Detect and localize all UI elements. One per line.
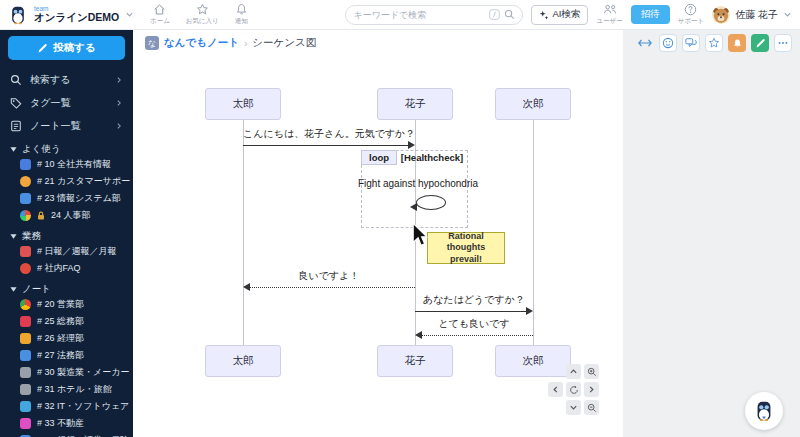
sidebar-note-33[interactable]: # 33 不動産 — [0, 415, 133, 432]
sidebar-note-20[interactable]: # 20 営業部 — [0, 296, 133, 313]
user-menu[interactable]: 佐藤 花子 — [712, 6, 792, 24]
sidebar-item-notes[interactable]: ノート一覧 — [0, 114, 133, 137]
post-button[interactable]: 投稿する — [8, 36, 125, 60]
self-message-arc — [416, 195, 446, 210]
sidebar-note-30[interactable]: # 30 製造業・メーカー — [0, 364, 133, 381]
arrowhead-left — [415, 331, 422, 339]
message-4-text: とても良いです — [415, 317, 533, 331]
chevron-down-icon — [125, 10, 134, 19]
note-label: # 30 製造業・メーカー — [37, 366, 129, 379]
search-input[interactable] — [353, 10, 485, 20]
ellipsis-icon — [777, 37, 789, 49]
sparkle-icon — [539, 10, 549, 20]
team-info: team オンラインDEMO — [34, 6, 119, 24]
penguin-mascot-icon — [753, 399, 775, 423]
user-name: 佐藤 花子 — [735, 8, 778, 22]
pan-left-button[interactable] — [548, 382, 563, 397]
pan-up-button[interactable] — [566, 364, 581, 379]
note-label: # 23 情報システム部 — [37, 192, 121, 205]
note-label: # 27 法務部 — [37, 349, 84, 362]
users-button[interactable]: ユーザー — [596, 3, 622, 26]
sidebar-note-34[interactable]: # 34 銀行・証券・保険 — [0, 432, 133, 437]
sidebar-note-27[interactable]: # 27 法務部 — [0, 347, 133, 364]
note-icon — [20, 159, 31, 170]
zoom-in-button[interactable] — [584, 364, 599, 379]
note-list-icon — [10, 120, 22, 132]
team-switcher[interactable]: team オンラインDEMO — [8, 4, 136, 26]
team-name: オンラインDEMO — [34, 12, 119, 23]
sidebar-note-25[interactable]: # 25 総務部 — [0, 313, 133, 330]
search-icon[interactable] — [504, 9, 515, 20]
pan-right-button[interactable] — [584, 382, 599, 397]
post-button-label: 投稿する — [53, 41, 96, 55]
invite-button[interactable]: 招待 — [631, 5, 670, 24]
nav-notifications[interactable]: 通知 — [235, 3, 248, 26]
header-right: AI検索 ユーザー 招待 サポート 佐藤 花子 — [345, 3, 792, 26]
diagram-note: Rational thoughts prevail! — [427, 232, 505, 264]
support-label: サポート — [678, 17, 704, 26]
ai-search-label: AI検索 — [552, 8, 580, 21]
section-title: ノート — [22, 283, 51, 296]
pan-down-button[interactable] — [566, 400, 581, 415]
support-button[interactable]: サポート — [678, 3, 704, 26]
actor-bottom-taro: 太郎 — [205, 345, 281, 377]
note-label: # 日報／週報／月報 — [37, 245, 117, 258]
sidebar-section-favorites[interactable]: よく使う — [0, 142, 133, 156]
sidebar-item-label: 検索する — [30, 73, 70, 87]
nav-home[interactable]: ホーム — [150, 3, 170, 26]
note-icon — [20, 210, 31, 221]
header-nav: ホーム お気に入り 通知 — [150, 3, 248, 26]
question-icon — [684, 3, 697, 16]
lifeline-jiro — [533, 120, 534, 345]
arrowhead-left — [410, 203, 417, 211]
chat-bubbles-icon — [685, 37, 697, 49]
note-label: # 26 経理部 — [37, 332, 84, 345]
sidebar-note-10[interactable]: # 10 全社共有情報 — [0, 156, 133, 173]
main-content: な なんでもノート › シーケンス図 — [133, 30, 800, 437]
sidebar-item-label: ノート一覧 — [30, 119, 80, 133]
note-icon — [20, 176, 31, 187]
sidebar-item-label: タグ一覧 — [30, 96, 70, 110]
lifeline-taro — [243, 120, 244, 345]
note-topbar: な なんでもノート › シーケンス図 — [133, 30, 800, 56]
note-label: # 10 全社共有情報 — [37, 158, 111, 171]
pencil-icon — [755, 38, 766, 49]
chevron-right-icon — [115, 76, 123, 84]
reset-view-button[interactable] — [566, 382, 581, 397]
nav-favorites[interactable]: お気に入り — [186, 3, 219, 26]
message-3-text: あなたはどうですか？ — [415, 293, 533, 307]
more-button[interactable] — [774, 34, 792, 52]
sidebar-note-23[interactable]: # 23 情報システム部 — [0, 190, 133, 207]
sidebar-note-32[interactable]: # 32 IT・ソフトウェア — [0, 398, 133, 415]
note-label: # 20 営業部 — [37, 298, 84, 311]
chevron-right-icon — [115, 99, 123, 107]
actor-top-jiro: 次郎 — [495, 88, 571, 120]
sidebar-item-tags[interactable]: タグ一覧 — [0, 91, 133, 114]
comments-button[interactable] — [682, 34, 700, 52]
sidebar-section-notes[interactable]: ノート — [0, 282, 133, 296]
watch-button[interactable] — [728, 34, 746, 52]
note-icon — [20, 263, 31, 274]
note-label: # 25 総務部 — [37, 315, 84, 328]
breadcrumb-note-link[interactable]: なんでもノート — [164, 36, 239, 50]
zoom-out-button[interactable] — [584, 400, 599, 415]
sidebar-item-search[interactable]: 検索する — [0, 68, 133, 91]
note-badge-icon: な — [145, 36, 159, 50]
note-icon — [20, 316, 31, 327]
home-icon — [153, 3, 166, 16]
arrowhead-right — [408, 141, 415, 149]
reaction-button[interactable] — [659, 34, 677, 52]
sidebar-note-daily-report[interactable]: # 日報／週報／月報 — [0, 243, 133, 260]
expand-width-button[interactable] — [636, 34, 654, 52]
favorite-button[interactable] — [705, 34, 723, 52]
help-mascot-button[interactable] — [745, 392, 783, 430]
ai-search-button[interactable]: AI検索 — [531, 5, 588, 25]
edit-button[interactable] — [751, 34, 769, 52]
sidebar-note-31[interactable]: # 31 ホテル・旅館 — [0, 381, 133, 398]
sidebar-note-24[interactable]: 24 人事部 — [0, 207, 133, 224]
star-icon — [708, 37, 720, 49]
sidebar-note-21[interactable]: # 21 カスタマーサポート部 — [0, 173, 133, 190]
sidebar-section-work[interactable]: 業務 — [0, 229, 133, 243]
sidebar-note-faq[interactable]: # 社内FAQ — [0, 260, 133, 277]
sidebar-note-26[interactable]: # 26 経理部 — [0, 330, 133, 347]
